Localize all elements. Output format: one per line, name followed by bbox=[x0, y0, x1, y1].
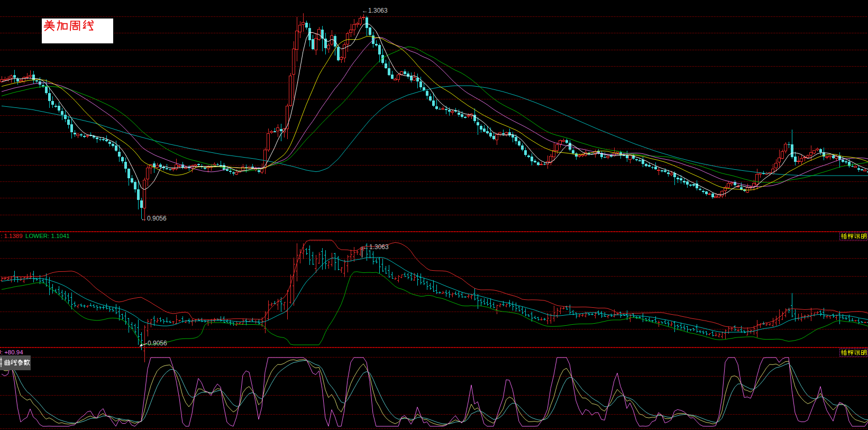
svg-text:: 1.1389: : 1.1389 bbox=[1, 233, 23, 239]
svg-text:LOWER: 1.1041: LOWER: 1.1041 bbox=[25, 233, 70, 239]
svg-text:←1.3063: ←1.3063 bbox=[363, 243, 389, 251]
svg-text:0.9056: 0.9056 bbox=[148, 340, 167, 347]
svg-text:←1.3063: ←1.3063 bbox=[362, 7, 388, 14]
svg-text:←0.9056: ←0.9056 bbox=[141, 215, 167, 222]
svg-text:J: +80.94: J: +80.94 bbox=[0, 349, 23, 355]
